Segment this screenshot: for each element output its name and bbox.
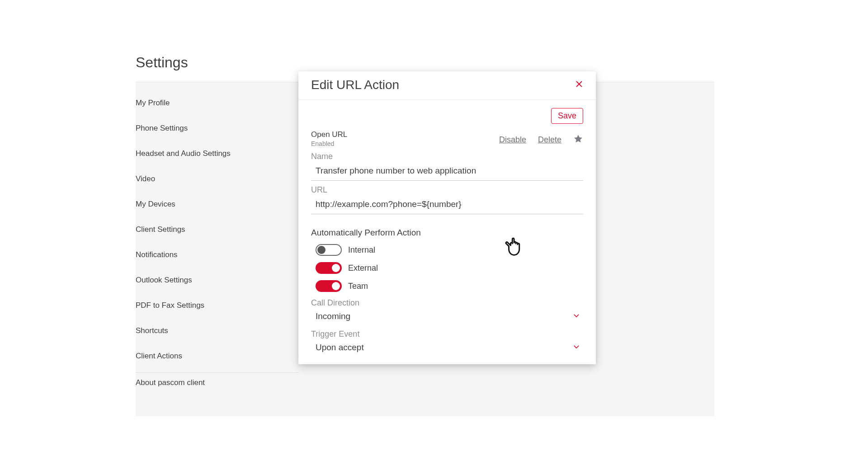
sidebar-item-pdf-fax[interactable]: PDF to Fax Settings — [136, 293, 298, 318]
trigger-event-select[interactable]: Upon accept — [311, 339, 583, 356]
sidebar-item-notifications[interactable]: Notifications — [136, 242, 298, 268]
trigger-event-label: Trigger Event — [311, 329, 583, 339]
page-title: Settings — [136, 54, 714, 71]
toggle-internal-label: Internal — [348, 245, 375, 255]
trigger-event-value: Upon accept — [316, 343, 364, 352]
star-icon — [573, 137, 583, 145]
favorite-star-button[interactable] — [573, 134, 583, 146]
toggle-external-label: External — [348, 263, 378, 273]
action-status-label: Enabled — [311, 140, 347, 147]
sidebar-item-phone-settings[interactable]: Phone Settings — [136, 116, 298, 141]
edit-url-action-modal: Edit URL Action Save Open URL Enabled Di… — [298, 71, 596, 364]
sidebar-item-headset-audio[interactable]: Headset and Audio Settings — [136, 141, 298, 166]
toggle-team[interactable] — [316, 280, 342, 292]
sidebar-item-about[interactable]: About pascom client — [136, 378, 298, 395]
action-type-label: Open URL — [311, 130, 347, 139]
sidebar-item-client-actions[interactable]: Client Actions — [136, 343, 298, 369]
call-direction-label: Call Direction — [311, 298, 583, 308]
call-direction-select[interactable]: Incoming — [311, 308, 583, 325]
sidebar-item-my-profile[interactable]: My Profile — [136, 90, 298, 116]
call-direction-value: Incoming — [316, 311, 350, 321]
toggle-team-label: Team — [348, 282, 368, 291]
toggle-row-team: Team — [316, 280, 583, 292]
delete-link[interactable]: Delete — [538, 135, 561, 145]
close-button[interactable] — [575, 80, 583, 90]
modal-header: Edit URL Action — [298, 71, 596, 100]
name-input[interactable] — [311, 161, 583, 181]
disable-link[interactable]: Disable — [499, 135, 526, 145]
name-field-label: Name — [311, 152, 583, 161]
chevron-down-icon — [572, 343, 580, 352]
sidebar-separator — [136, 372, 298, 373]
toggle-row-external: External — [316, 262, 583, 274]
modal-title: Edit URL Action — [311, 78, 399, 92]
sidebar-item-my-devices[interactable]: My Devices — [136, 192, 298, 217]
close-icon — [575, 79, 583, 90]
chevron-down-icon — [572, 311, 580, 321]
sidebar-item-outlook-settings[interactable]: Outlook Settings — [136, 268, 298, 293]
url-field-label: URL — [311, 185, 583, 195]
sidebar-item-video[interactable]: Video — [136, 166, 298, 192]
url-input[interactable] — [311, 195, 583, 214]
auto-action-section-label: Automatically Perform Action — [311, 228, 583, 238]
modal-body: Save Open URL Enabled Disable Delete Nam… — [298, 100, 596, 360]
settings-sidebar: My Profile Phone Settings Headset and Au… — [136, 82, 298, 395]
sidebar-item-shortcuts[interactable]: Shortcuts — [136, 318, 298, 343]
toggle-internal[interactable] — [316, 244, 342, 256]
sidebar-item-client-settings[interactable]: Client Settings — [136, 217, 298, 242]
toggle-external[interactable] — [316, 262, 342, 274]
action-meta-row: Open URL Enabled Disable Delete — [311, 130, 583, 147]
save-button[interactable]: Save — [551, 108, 583, 124]
toggle-row-internal: Internal — [316, 244, 583, 256]
